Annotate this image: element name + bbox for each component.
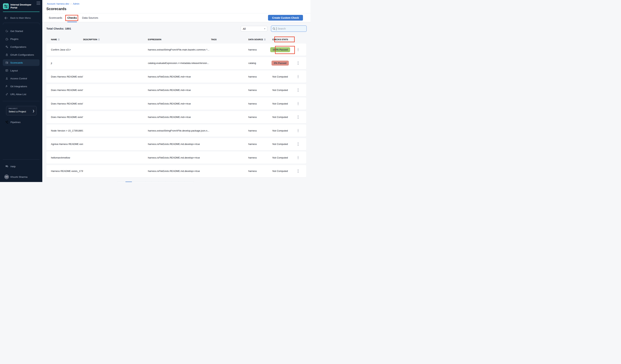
check-name: Confirm Java v21+	[46, 48, 83, 51]
sidebar-accent-rule	[3, 12, 39, 12]
column-header-label: NAME	[51, 38, 57, 41]
row-menu-button[interactable]	[297, 115, 299, 119]
sidebar-item-label: Layout	[10, 69, 18, 72]
column-header-label: CHECKS STATS	[272, 38, 288, 41]
row-menu-button[interactable]	[297, 142, 299, 146]
sidebar: Internal Developer Portal Back to Main M…	[0, 0, 42, 182]
check-stats-text: Not Computed	[272, 116, 288, 118]
check-expression: harness.isFileExists.README.md.develop==…	[148, 143, 211, 145]
tab-data-sources[interactable]: Data Sources	[82, 13, 98, 22]
table-row: Does Harness README exist?harness.isFile…	[46, 111, 306, 123]
row-menu-button[interactable]	[297, 47, 299, 52]
pipelines-icon	[5, 121, 8, 124]
check-stats-text: Not Computed	[272, 89, 288, 92]
project-value: Select a Project	[9, 110, 34, 113]
url-allow-list-icon	[5, 93, 8, 96]
tab-scorecards[interactable]: Scorecards	[49, 13, 62, 22]
create-custom-check-button[interactable]: Create Custom Check	[268, 15, 303, 21]
filter-dropdown[interactable]: All ▾	[241, 26, 267, 32]
column-header-tags: TAGS	[211, 38, 248, 41]
check-expression: harness.isFileExists.README.md==true	[148, 89, 211, 92]
column-header-name[interactable]: NAME	[46, 38, 83, 41]
check-stats-cell: Not Computed	[270, 129, 291, 132]
check-stats-badge: 100% Passed	[270, 47, 290, 52]
table-row: hellomarshmellowharness.isFileExists.REA…	[46, 152, 306, 164]
sidebar-item-plugins[interactable]: Plugins	[3, 36, 39, 42]
breadcrumb: Account: harness-dev › Admin	[47, 2, 79, 5]
check-data-source: harness	[248, 89, 270, 92]
sidebar-item-configurations[interactable]: Configurations	[3, 44, 39, 50]
check-expression: catalog.evaluateExpression.<+metadata.re…	[148, 62, 211, 64]
sidebar-item-get-started[interactable]: Get Started	[3, 28, 39, 34]
app-title: Internal Developer Portal	[11, 3, 32, 9]
check-stats-cell: Not Computed	[270, 143, 291, 145]
sidebar-item-git-integrations[interactable]: Git Integrations	[3, 83, 39, 90]
sidebar-item-pipelines[interactable]: Pipelines	[3, 119, 39, 125]
search-icon	[273, 27, 275, 30]
app-logo: Internal Developer Portal	[3, 3, 39, 9]
idp-logo-icon	[3, 3, 9, 9]
check-expression: harness.isFileExists.README.md.develop==…	[148, 156, 211, 159]
check-name: Agniva Harness README exists...	[46, 143, 83, 145]
column-header-label: DESCRIPTION	[83, 38, 97, 41]
check-stats-text: Not Computed	[272, 102, 288, 105]
sidebar-item-label: OAuth Configurations	[10, 53, 34, 56]
check-data-source: harness	[248, 170, 270, 173]
row-menu-button[interactable]	[297, 61, 299, 65]
avatar: KS	[4, 175, 9, 179]
access-control-icon	[5, 77, 8, 80]
get-started-icon	[5, 30, 8, 32]
table-row: Node Version > 15_1739188021...harness.e…	[46, 125, 306, 137]
app-grid-icon[interactable]	[37, 1, 41, 5]
check-data-source: harness	[248, 116, 270, 118]
table-row: Does Harness README exist?harness.isFile…	[46, 71, 306, 83]
sidebar-item-label: URL Allow List	[10, 93, 26, 96]
page-header: Account: harness-dev › Admin Scorecards	[42, 0, 310, 13]
check-expression: harness.isFileExists.README.md==true	[148, 102, 211, 105]
sort-icon[interactable]	[58, 38, 60, 41]
row-menu-button[interactable]	[297, 155, 299, 160]
project-selector[interactable]: PROJECT Select a Project ❯	[6, 106, 37, 115]
breadcrumb-admin-link[interactable]: Admin	[73, 2, 79, 5]
chevron-right-icon: ›	[71, 2, 71, 5]
column-header-description[interactable]: DESCRIPTION	[83, 38, 148, 41]
sort-icon[interactable]	[264, 38, 266, 41]
column-header-label: DATA SOURCE	[248, 38, 263, 41]
sidebar-item-scorecards[interactable]: Scorecards	[3, 59, 39, 66]
user-menu[interactable]: KS Khushi Sharma	[3, 174, 39, 180]
help-label: Help	[11, 165, 16, 168]
row-menu-button[interactable]	[297, 169, 299, 173]
check-name: Does Harness README exist?	[46, 116, 83, 118]
table-row: Confirm Java v21+harness.extractStringFr…	[46, 44, 306, 56]
sidebar-item-layout[interactable]: Layout	[3, 67, 39, 74]
help-button[interactable]: ? Help	[3, 163, 39, 170]
check-name: ji	[46, 62, 83, 64]
check-expression: harness.extractStringFromAFile.develop.p…	[148, 129, 211, 132]
check-expression: harness.isFileExists.README.md==true	[148, 75, 211, 78]
column-header-expression: EXPRESSION	[148, 38, 211, 41]
sidebar-item-url-allow-list[interactable]: URL Allow List	[3, 91, 39, 97]
sidebar-item-access-control[interactable]: Access Control	[3, 75, 39, 82]
help-icon: ?	[5, 165, 8, 168]
table-row: Agniva Harness README exists...harness.i…	[46, 138, 306, 150]
sidebar-item-oauth-configurations[interactable]: OAuth Configurations	[3, 51, 39, 58]
check-data-source: harness	[248, 156, 270, 159]
pagination-active-page[interactable]	[125, 182, 132, 182]
search-input[interactable]	[277, 27, 303, 30]
back-to-main-menu[interactable]: Back to Main Menu	[4, 16, 31, 19]
check-data-source: harness	[248, 48, 270, 51]
row-menu-button[interactable]	[297, 74, 299, 79]
row-menu-button[interactable]	[297, 88, 299, 92]
column-header-data-source[interactable]: DATA SOURCE	[248, 38, 270, 41]
text-cursor	[276, 27, 276, 30]
table-row: Does Harness README exist?harness.isFile…	[46, 84, 306, 96]
tab-checks[interactable]: Checks	[67, 13, 77, 22]
sidebar-nav: Get StartedPluginsConfigurationsOAuth Co…	[0, 27, 42, 99]
row-menu-button[interactable]	[297, 128, 299, 133]
pagination-bar[interactable]	[117, 181, 194, 182]
breadcrumb-account-link[interactable]: Account: harness-dev	[47, 2, 69, 5]
check-stats-text: Not Computed	[272, 143, 288, 145]
sort-icon[interactable]	[98, 38, 100, 41]
row-menu-button[interactable]	[297, 101, 299, 106]
column-header-label: TAGS	[211, 38, 217, 41]
